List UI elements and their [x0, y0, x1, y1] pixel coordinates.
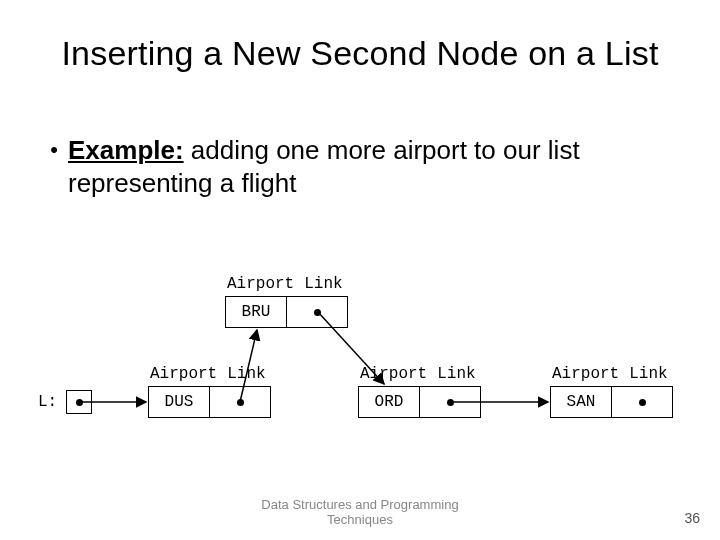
node1-airport: DUS [149, 387, 209, 417]
node-new-linkcell [287, 297, 347, 327]
head-label: L: [38, 393, 57, 411]
node1-link-dot [237, 399, 244, 406]
slide-title: Inserting a New Second Node on a List [0, 34, 720, 73]
node-new: BRU [225, 296, 348, 328]
label-airport: Airport [552, 365, 619, 383]
node2-linkcell [420, 387, 480, 417]
node-new-airport: BRU [226, 297, 286, 327]
node3-linkcell [612, 387, 672, 417]
slide: Inserting a New Second Node on a List • … [0, 0, 720, 540]
node1-header: Airport Link [150, 365, 266, 383]
label-airport: Airport [227, 275, 294, 293]
bullet-lead: Example: [68, 135, 184, 165]
footer-line2: Techniques [327, 512, 393, 527]
arrows-layer [0, 0, 720, 540]
node-new-header: Airport Link [227, 275, 343, 293]
node1-linkcell [210, 387, 270, 417]
body-text: • Example: adding one more airport to ou… [40, 134, 680, 199]
node2-link-dot [447, 399, 454, 406]
footer: Data Structures and Programming Techniqu… [0, 497, 720, 528]
node-new-link-dot [314, 309, 321, 316]
label-link: Link [304, 275, 342, 293]
bullet-dot: • [40, 134, 68, 199]
node2-airport: ORD [359, 387, 419, 417]
node2: ORD [358, 386, 481, 418]
node1: DUS [148, 386, 271, 418]
node3-link-dot [639, 399, 646, 406]
head-box [66, 390, 92, 414]
label-airport: Airport [360, 365, 427, 383]
head-dot [76, 399, 83, 406]
node3: SAN [550, 386, 673, 418]
label-link: Link [629, 365, 667, 383]
label-airport: Airport [150, 365, 217, 383]
footer-line1: Data Structures and Programming [261, 497, 458, 512]
label-link: Link [227, 365, 265, 383]
node2-header: Airport Link [360, 365, 476, 383]
page-number: 36 [684, 510, 700, 526]
node3-header: Airport Link [552, 365, 668, 383]
node3-airport: SAN [551, 387, 611, 417]
bullet-text: Example: adding one more airport to our … [68, 134, 680, 199]
label-link: Link [437, 365, 475, 383]
